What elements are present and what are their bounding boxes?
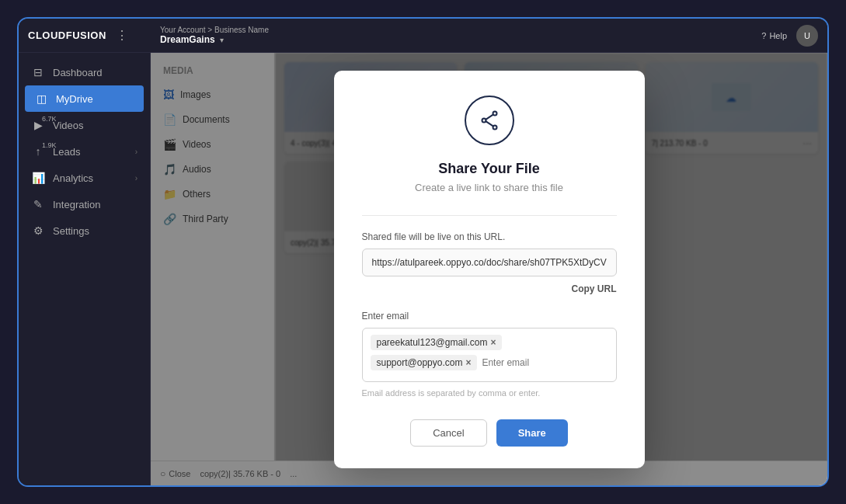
svg-line-17: [486, 121, 493, 126]
dashboard-icon: ⊟: [31, 66, 45, 78]
email-tag-close-0[interactable]: ×: [490, 337, 496, 348]
account-name: DreamGains: [160, 34, 215, 45]
email-tag-close-1[interactable]: ×: [465, 357, 471, 368]
cancel-button[interactable]: Cancel: [410, 419, 486, 447]
email-tag-0: pareekatul123@gmail.com ×: [371, 335, 503, 350]
leads-badge: 1.9K: [42, 141, 57, 149]
app-logo: CLOUDFUSION: [28, 30, 106, 41]
settings-icon: ⚙: [31, 224, 45, 237]
share-icon-circle: [465, 96, 514, 145]
email-field-label: Enter email: [362, 311, 617, 322]
topbar-right: ? Help U: [761, 25, 818, 47]
share-button[interactable]: Share: [496, 419, 568, 447]
help-button[interactable]: ? Help: [761, 31, 787, 40]
sidebar-item-settings[interactable]: ⚙ Settings: [19, 217, 150, 244]
sidebar-item-leads[interactable]: 1.9K ↑ Leads ›: [19, 138, 150, 165]
modal-overlay: Share Your File Create a live link to sh…: [151, 53, 827, 485]
modal-subtitle: Create a live link to share this file: [415, 182, 563, 193]
integration-icon: ✎: [31, 198, 45, 210]
analytics-icon: 📊: [31, 172, 45, 184]
logo-area: CLOUDFUSION ⋮: [28, 28, 160, 43]
sidebar-item-label: Dashboard: [53, 67, 103, 78]
account-area: Your Account > Business Name DreamGains …: [160, 26, 269, 45]
mydrive-icon: ◫: [34, 92, 48, 105]
modal-title: Share Your File: [438, 161, 539, 177]
analytics-arrow-icon: ›: [135, 174, 138, 182]
email-tag-value-1: support@oppyo.com: [377, 357, 463, 368]
share-modal: Share Your File Create a live link to sh…: [334, 71, 645, 468]
email-input[interactable]: [482, 355, 598, 370]
sidebar-item-dashboard[interactable]: ⊟ Dashboard: [19, 59, 150, 85]
share-icon: [479, 109, 500, 131]
app-container: CLOUDFUSION ⋮ Your Account > Business Na…: [17, 17, 829, 487]
sidebar-item-label: MyDrive: [56, 93, 93, 105]
modal-divider: [362, 215, 617, 216]
user-avatar[interactable]: U: [796, 25, 818, 47]
sidebar-item-mydrive[interactable]: ◫ MyDrive: [25, 85, 144, 112]
help-icon: ?: [761, 31, 766, 40]
sidebar-item-label: Settings: [53, 225, 89, 237]
topbar: CLOUDFUSION ⋮ Your Account > Business Na…: [19, 19, 827, 53]
videos-badge: 6.7K: [42, 115, 57, 123]
account-chevron-icon[interactable]: ▾: [220, 36, 224, 44]
url-input[interactable]: [362, 249, 617, 276]
sidebar-item-label: Leads: [53, 146, 80, 158]
leads-arrow-icon: ›: [135, 148, 138, 156]
copy-url-button[interactable]: Copy URL: [572, 283, 617, 294]
email-tag-value-0: pareekatul123@gmail.com: [377, 337, 488, 348]
menu-dots-icon[interactable]: ⋮: [116, 28, 128, 43]
email-tags-input[interactable]: pareekatul123@gmail.com × support@oppyo.…: [362, 328, 617, 382]
email-hint: Email address is separated by comma or e…: [362, 388, 617, 398]
copy-url-row: Copy URL: [362, 281, 617, 295]
account-path: Your Account > Business Name DreamGains …: [160, 26, 269, 45]
svg-line-16: [486, 114, 493, 119]
sidebar-item-analytics[interactable]: 📊 Analytics ›: [19, 165, 150, 191]
sidebar: ⊟ Dashboard ◫ MyDrive 6.7K ▶ Videos 1.9K…: [19, 53, 151, 485]
content-area: MEDIA 🖼 Images 📄 Documents 🎬 Videos 🎵 Au…: [151, 53, 827, 485]
main-layout: ⊟ Dashboard ◫ MyDrive 6.7K ▶ Videos 1.9K…: [19, 53, 827, 485]
url-field-label: Shared file will be live on this URL.: [362, 231, 617, 242]
sidebar-item-label: Integration: [53, 199, 100, 210]
modal-buttons: Cancel Share: [362, 419, 617, 447]
sidebar-item-label: Videos: [53, 120, 84, 131]
sidebar-item-videos[interactable]: 6.7K ▶ Videos: [19, 112, 150, 138]
sidebar-item-label: Analytics: [53, 172, 93, 184]
email-tag-1: support@oppyo.com ×: [371, 355, 478, 370]
sidebar-item-integration[interactable]: ✎ Integration: [19, 191, 150, 217]
